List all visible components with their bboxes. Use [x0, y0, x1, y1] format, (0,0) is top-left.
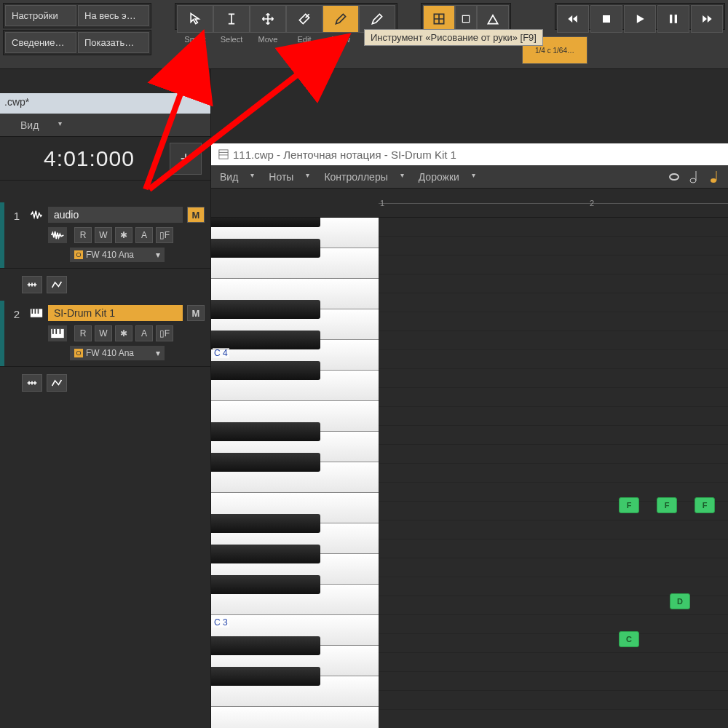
settings-menu[interactable]: Настройки [5, 5, 76, 26]
mute-button[interactable]: M [187, 207, 205, 223]
pause-button[interactable] [657, 5, 689, 33]
key-label: C 3 [213, 617, 229, 628]
output-icon: O [74, 349, 83, 357]
half-note-icon[interactable] [686, 170, 703, 184]
input-echo-button[interactable]: W [95, 227, 112, 243]
black-key[interactable] [211, 575, 320, 594]
filename-bar: .cwp* [0, 93, 210, 114]
piano-view-menu[interactable]: Вид [211, 168, 260, 186]
midi-note[interactable]: F [657, 497, 677, 513]
fx-button[interactable]: ▯F [156, 227, 173, 243]
svg-rect-11 [60, 329, 61, 334]
envelope-button[interactable] [47, 276, 67, 293]
midi-track-icon [29, 306, 44, 320]
black-key[interactable] [211, 422, 320, 441]
draw-label: Draw [331, 35, 350, 44]
piano-roll-icon [218, 149, 229, 159]
track-accent [0, 202, 4, 268]
black-key[interactable] [211, 218, 320, 227]
svg-rect-0 [462, 15, 469, 22]
svg-rect-6 [35, 309, 36, 314]
tool-selector-group: Smart Select Move Edit Draw Erase [175, 3, 397, 30]
smart-tool[interactable]: Smart [177, 5, 213, 33]
fx-button[interactable]: ▯F [156, 325, 173, 341]
midi-note[interactable]: C [619, 631, 639, 647]
record-arm-button[interactable]: R [74, 325, 92, 341]
track-panel: .cwp* Вид 4:01:000 + 1 audio M [0, 69, 211, 728]
archive-button[interactable]: A [135, 325, 153, 341]
mixdown-menu[interactable]: Сведение… [5, 32, 76, 53]
forward-button[interactable] [691, 5, 723, 33]
quarter-note-icon[interactable] [706, 170, 724, 184]
piano-roll-panel: 111.cwp - Ленточная нотация - SI-Drum Ki… [211, 69, 728, 728]
output-selector[interactable]: O FW 410 Ana ▾ [70, 248, 165, 262]
white-key[interactable] [211, 707, 379, 728]
track-name-field[interactable]: SI-Drum Kit 1 [48, 305, 183, 321]
midi-note[interactable]: F [619, 497, 639, 513]
svg-rect-1 [603, 15, 610, 23]
track-name-field[interactable]: audio [48, 207, 183, 223]
black-key[interactable] [211, 667, 320, 686]
move-tool[interactable]: Move [250, 5, 286, 33]
piano-notes-menu[interactable]: Ноты [260, 168, 315, 186]
midi-note[interactable]: F [695, 497, 715, 513]
piano-controllers-menu[interactable]: Контроллеры [315, 168, 409, 186]
timecode-display[interactable]: 4:01:000 [9, 146, 170, 171]
svg-rect-2 [670, 15, 672, 23]
draw-tool[interactable]: Draw [323, 5, 359, 33]
automation-lane-button[interactable] [22, 374, 42, 392]
output-icon: O [74, 250, 83, 259]
svg-rect-5 [31, 309, 33, 314]
black-key[interactable] [211, 239, 320, 258]
envelope-button[interactable] [47, 374, 67, 392]
note-grid[interactable]: FFFFDC [379, 218, 728, 728]
edit-label: Edit [298, 35, 312, 44]
record-arm-button[interactable]: R [74, 227, 92, 243]
svg-rect-9 [52, 329, 54, 334]
edit-tool[interactable]: Edit [286, 5, 323, 33]
mute-button[interactable]: M [187, 305, 205, 321]
waveform-icon [48, 227, 67, 243]
track-row[interactable]: 2 SI-Drum Kit 1 M R W [0, 301, 210, 367]
play-button[interactable] [624, 5, 656, 33]
piano-tracks-menu[interactable]: Дорожки [410, 168, 481, 186]
midi-note[interactable]: D [670, 593, 690, 609]
svg-rect-3 [675, 15, 677, 23]
move-label: Move [258, 35, 278, 44]
track-number: 1 [10, 207, 23, 262]
piano-icon [48, 325, 67, 341]
black-key[interactable] [211, 361, 320, 380]
track-row[interactable]: 1 audio M R W ✱ [0, 202, 210, 269]
black-key[interactable] [211, 453, 320, 472]
add-track-button[interactable]: + [170, 143, 202, 175]
black-key[interactable] [211, 331, 320, 349]
whole-note-icon[interactable] [665, 170, 683, 184]
select-tool[interactable]: Select [213, 5, 250, 33]
black-key[interactable] [211, 636, 320, 655]
archive-button[interactable]: A [135, 227, 153, 243]
svg-rect-7 [38, 309, 39, 314]
black-key[interactable] [211, 300, 320, 319]
piano-keyboard[interactable]: C 4C 3 [211, 218, 379, 728]
time-ruler[interactable]: 1 2 [211, 189, 728, 218]
output-selector[interactable]: O FW 410 Ana ▾ [70, 346, 165, 360]
stop-button[interactable] [590, 5, 622, 33]
input-echo-button[interactable]: W [95, 325, 112, 341]
view-menu[interactable]: Вид [6, 116, 68, 134]
freeze-button[interactable]: ✱ [115, 325, 132, 341]
black-key[interactable] [211, 514, 320, 533]
tooltip: Инструмент «Рисование от руки» [F9] [364, 29, 543, 46]
show-menu[interactable]: Показать… [78, 32, 149, 53]
piano-roll-title-bar: 111.cwp - Ленточная нотация - SI-Drum Ki… [211, 143, 728, 165]
output-label: FW 410 Ana [86, 250, 134, 260]
automation-lane-button[interactable] [22, 276, 42, 293]
black-key[interactable] [211, 545, 320, 563]
svg-rect-10 [55, 329, 57, 334]
track-accent [0, 301, 4, 366]
fullscreen-menu[interactable]: На весь э… [78, 5, 149, 26]
track-number: 2 [10, 305, 23, 360]
rewind-button[interactable] [557, 5, 589, 33]
piano-roll-title: 111.cwp - Ленточная нотация - SI-Drum Ki… [233, 149, 456, 161]
select-label: Select [221, 35, 243, 44]
freeze-button[interactable]: ✱ [115, 227, 132, 243]
